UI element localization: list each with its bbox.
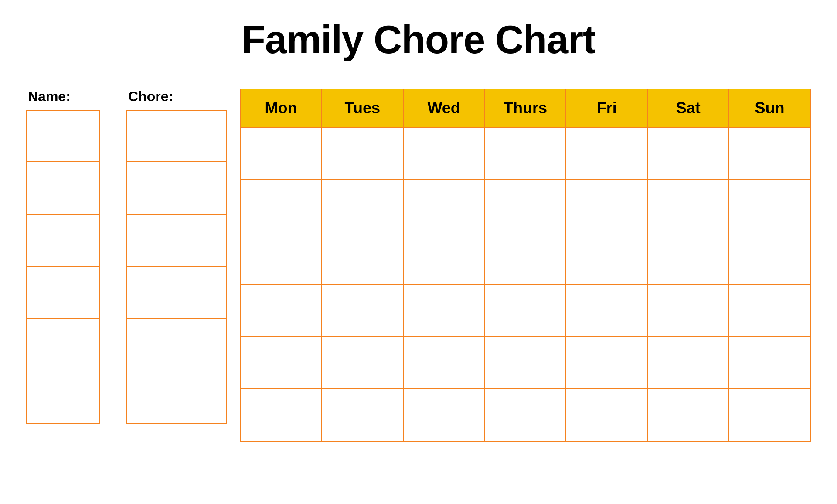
grid-cell-2-5[interactable] bbox=[566, 180, 648, 232]
day-header-tues: Tues bbox=[322, 89, 404, 128]
name-cell-1[interactable] bbox=[26, 110, 100, 162]
grid-cell-4-1[interactable] bbox=[240, 285, 322, 337]
grid-cell-4-4[interactable] bbox=[485, 285, 567, 337]
grid-cell-2-2[interactable] bbox=[322, 180, 404, 232]
name-cell-6[interactable] bbox=[26, 371, 100, 424]
grid-cell-5-4[interactable] bbox=[485, 337, 567, 389]
grid-row-3 bbox=[240, 232, 811, 285]
grid-cell-3-3[interactable] bbox=[404, 232, 485, 285]
grid-cell-5-7[interactable] bbox=[729, 337, 811, 389]
grid-cell-6-1[interactable] bbox=[240, 389, 322, 442]
grid-cell-1-4[interactable] bbox=[485, 128, 567, 180]
grid-cell-6-6[interactable] bbox=[648, 389, 729, 442]
day-header-sat: Sat bbox=[648, 89, 729, 128]
grid-cell-3-2[interactable] bbox=[322, 232, 404, 285]
name-section: Name: bbox=[26, 89, 100, 424]
days-header: Mon Tues Wed Thurs Fri Sat Sun bbox=[240, 89, 811, 128]
chore-cell-5[interactable] bbox=[126, 319, 227, 371]
name-cells bbox=[26, 110, 100, 424]
page-title: Family Chore Chart bbox=[242, 17, 595, 62]
chore-cell-2[interactable] bbox=[126, 162, 227, 215]
grid-cell-1-1[interactable] bbox=[240, 128, 322, 180]
grid-cell-6-4[interactable] bbox=[485, 389, 567, 442]
grid-cell-5-2[interactable] bbox=[322, 337, 404, 389]
grid-cell-2-4[interactable] bbox=[485, 180, 567, 232]
grid-cell-5-3[interactable] bbox=[404, 337, 485, 389]
grid-cell-6-3[interactable] bbox=[404, 389, 485, 442]
name-cell-2[interactable] bbox=[26, 162, 100, 215]
chore-cell-1[interactable] bbox=[126, 110, 227, 162]
name-label: Name: bbox=[26, 89, 71, 105]
grid-row-1 bbox=[240, 128, 811, 180]
day-header-mon: Mon bbox=[240, 89, 322, 128]
name-cell-3[interactable] bbox=[26, 215, 100, 267]
days-grid bbox=[240, 128, 811, 442]
grid-cell-1-6[interactable] bbox=[648, 128, 729, 180]
day-header-wed: Wed bbox=[404, 89, 485, 128]
grid-row-6 bbox=[240, 389, 811, 442]
grid-cell-4-2[interactable] bbox=[322, 285, 404, 337]
grid-cell-5-6[interactable] bbox=[648, 337, 729, 389]
chart-container: Name: Chore: Mon Tues Wed Thurs bbox=[26, 89, 811, 442]
name-cell-5[interactable] bbox=[26, 319, 100, 371]
grid-cell-6-2[interactable] bbox=[322, 389, 404, 442]
grid-cell-4-3[interactable] bbox=[404, 285, 485, 337]
grid-cell-3-4[interactable] bbox=[485, 232, 567, 285]
grid-cell-5-1[interactable] bbox=[240, 337, 322, 389]
chore-cells bbox=[126, 110, 227, 424]
days-section: Mon Tues Wed Thurs Fri Sat Sun bbox=[240, 89, 811, 442]
day-header-fri: Fri bbox=[566, 89, 648, 128]
chore-cell-3[interactable] bbox=[126, 215, 227, 267]
grid-cell-1-5[interactable] bbox=[566, 128, 648, 180]
grid-cell-3-7[interactable] bbox=[729, 232, 811, 285]
chore-cell-4[interactable] bbox=[126, 267, 227, 319]
grid-cell-3-1[interactable] bbox=[240, 232, 322, 285]
grid-cell-5-5[interactable] bbox=[566, 337, 648, 389]
grid-cell-2-6[interactable] bbox=[648, 180, 729, 232]
day-header-thurs: Thurs bbox=[485, 89, 567, 128]
grid-row-2 bbox=[240, 180, 811, 232]
grid-cell-1-2[interactable] bbox=[322, 128, 404, 180]
grid-cell-1-3[interactable] bbox=[404, 128, 485, 180]
grid-row-5 bbox=[240, 337, 811, 389]
grid-cell-6-7[interactable] bbox=[729, 389, 811, 442]
grid-cell-1-7[interactable] bbox=[729, 128, 811, 180]
grid-row-4 bbox=[240, 285, 811, 337]
grid-cell-2-1[interactable] bbox=[240, 180, 322, 232]
day-header-sun: Sun bbox=[729, 89, 811, 128]
chore-cell-6[interactable] bbox=[126, 371, 227, 424]
grid-cell-6-5[interactable] bbox=[566, 389, 648, 442]
grid-cell-4-5[interactable] bbox=[566, 285, 648, 337]
grid-cell-3-6[interactable] bbox=[648, 232, 729, 285]
grid-cell-4-7[interactable] bbox=[729, 285, 811, 337]
chore-section: Chore: bbox=[126, 89, 227, 424]
grid-cell-3-5[interactable] bbox=[566, 232, 648, 285]
grid-cell-4-6[interactable] bbox=[648, 285, 729, 337]
name-cell-4[interactable] bbox=[26, 267, 100, 319]
grid-cell-2-3[interactable] bbox=[404, 180, 485, 232]
chore-label: Chore: bbox=[126, 89, 173, 105]
grid-cell-2-7[interactable] bbox=[729, 180, 811, 232]
